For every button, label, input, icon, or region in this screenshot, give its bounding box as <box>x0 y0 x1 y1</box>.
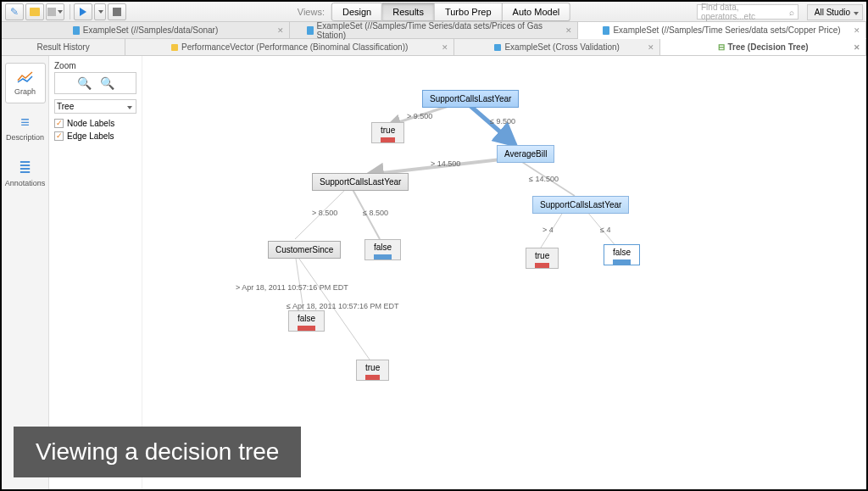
left-nav-graph[interactable]: Graph <box>5 63 46 103</box>
zoom-controls: 🔍 🔍 <box>54 72 136 94</box>
close-icon[interactable]: ✕ <box>277 26 284 35</box>
file-tab[interactable]: ExampleSet (//Samples/data/Sonar)✕ <box>2 22 290 38</box>
result-sub-tabs: Result History PerformanceVector (Perfor… <box>2 39 866 56</box>
edge-label: > 8.500 <box>312 209 337 217</box>
close-icon[interactable]: ✕ <box>565 26 572 35</box>
checkbox-icon <box>54 131 64 141</box>
open-button[interactable] <box>25 3 44 20</box>
edge-label: ≤ Apr 18, 2011 10:57:16 PM EDT <box>287 302 399 310</box>
edge-label: > 14.500 <box>431 159 460 168</box>
view-tab-design[interactable]: Design <box>331 3 382 21</box>
views-label: Views: <box>298 7 325 17</box>
main-toolbar: Views: Design Results Turbo Prep Auto Mo… <box>2 2 866 22</box>
edge-label: ≤ 9.500 <box>490 117 515 126</box>
leaf-bar <box>298 326 315 331</box>
sub-tab-tree[interactable]: ⊟Tree (Decision Tree)✕ <box>660 39 866 55</box>
leaf-bar <box>535 263 549 268</box>
dataset-icon <box>494 44 501 51</box>
checkbox-icon <box>54 119 64 128</box>
edge-label: ≤ 4 <box>600 226 610 234</box>
leaf-bar <box>365 375 380 380</box>
tree-leaf[interactable]: false <box>364 239 401 260</box>
zoom-out-icon[interactable]: 🔍 <box>100 76 114 90</box>
dataset-icon <box>73 26 80 35</box>
stop-button[interactable] <box>108 3 126 20</box>
close-icon[interactable]: ✕ <box>648 43 654 52</box>
tree-node[interactable]: SupportCallsLastYear <box>532 196 629 214</box>
tree-node[interactable]: CustomerSince <box>268 241 341 259</box>
left-panel: Graph Description Annotations <box>2 56 49 489</box>
close-icon[interactable]: ✕ <box>442 43 448 52</box>
run-dropdown[interactable] <box>94 3 106 20</box>
edge-labels-check[interactable]: Edge Labels <box>54 131 136 141</box>
dataset-icon <box>603 26 609 35</box>
main-area: Graph Description Annotations Zoom 🔍 🔍 T… <box>2 56 866 489</box>
left-nav-description[interactable]: Description <box>5 107 46 148</box>
search-input[interactable]: Find data, operators...etc <box>697 4 798 20</box>
file-tabs: ExampleSet (//Samples/data/Sonar)✕ Examp… <box>2 22 866 39</box>
save-dropdown[interactable] <box>46 3 64 20</box>
edge-label: > Apr 18, 2011 10:57:16 PM EDT <box>236 283 348 292</box>
edge-label: ≤ 14.500 <box>529 175 559 183</box>
file-tab[interactable]: ExampleSet (//Samples/Time Series/data s… <box>290 22 578 38</box>
sub-tab-history[interactable]: Result History <box>2 39 125 55</box>
view-tab-results[interactable]: Results <box>382 3 435 21</box>
caption-overlay: Viewing a decision tree <box>14 427 301 477</box>
edge-label: ≤ 8.500 <box>363 209 388 217</box>
leaf-bar <box>381 137 395 142</box>
edge-label: > 9.500 <box>407 112 432 120</box>
studio-dropdown[interactable]: All Studio <box>807 4 863 20</box>
graph-icon <box>17 70 34 84</box>
dataset-icon <box>307 26 314 35</box>
sub-tab-exampleset[interactable]: ExampleSet (Cross Validation)✕ <box>454 39 660 55</box>
tree-node[interactable]: AverageBill <box>497 145 554 163</box>
tree-canvas[interactable]: SupportCallsLastYear AverageBill Support… <box>142 56 866 489</box>
sub-tab-performance[interactable]: PerformanceVector (Performance (Binomina… <box>125 39 454 55</box>
tree-node-root[interactable]: SupportCallsLastYear <box>422 90 519 108</box>
description-icon <box>5 114 46 131</box>
tree-node[interactable]: SupportCallsLastYear <box>312 173 409 191</box>
close-icon[interactable]: ✕ <box>854 43 860 52</box>
leaf-bar <box>613 259 631 265</box>
annotations-icon <box>5 159 46 177</box>
tree-leaf[interactable]: true <box>526 248 559 269</box>
views-switcher: Views: Design Results Turbo Prep Auto Mo… <box>298 3 570 21</box>
controls-panel: Zoom 🔍 🔍 Tree Node Labels Edge Labels <box>49 56 142 489</box>
run-button[interactable] <box>74 3 92 20</box>
zoom-in-icon[interactable]: 🔍 <box>77 76 92 90</box>
leaf-bar <box>374 254 392 259</box>
tree-leaf[interactable]: true <box>356 360 389 381</box>
view-tab-turbo[interactable]: Turbo Prep <box>435 3 503 21</box>
zoom-label: Zoom <box>54 61 136 70</box>
node-labels-check[interactable]: Node Labels <box>54 119 136 128</box>
tree-leaf[interactable]: false <box>288 310 325 332</box>
tree-leaf[interactable]: false <box>604 244 640 265</box>
layout-select[interactable]: Tree <box>54 99 136 114</box>
performance-icon <box>171 44 178 51</box>
new-process-button[interactable] <box>5 3 24 20</box>
edge-label: > 4 <box>542 226 554 234</box>
tree-leaf[interactable]: true <box>371 122 404 143</box>
close-icon[interactable]: ✕ <box>854 26 860 35</box>
file-tab[interactable]: ExampleSet (//Samples/Time Series/data s… <box>578 22 866 39</box>
tree-icon: ⊟ <box>718 42 725 52</box>
left-nav-annotations[interactable]: Annotations <box>5 152 46 194</box>
view-tab-automodel[interactable]: Auto Model <box>503 3 571 21</box>
